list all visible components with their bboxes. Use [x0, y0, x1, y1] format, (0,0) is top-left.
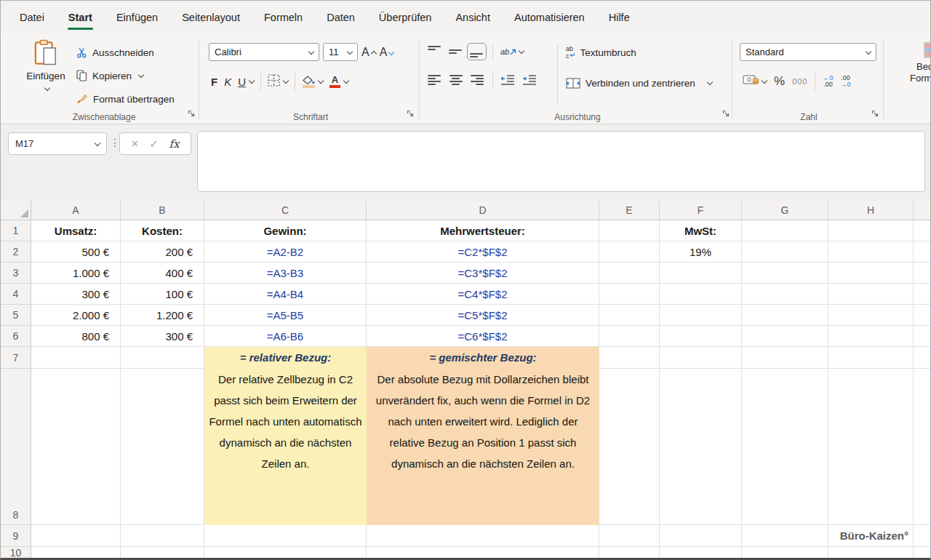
align-top-button[interactable]: [428, 46, 441, 57]
cell-x5[interactable]: [914, 305, 930, 326]
cell-H1[interactable]: [828, 220, 914, 241]
cell-G10[interactable]: [742, 547, 828, 558]
cell-G7[interactable]: [742, 347, 828, 369]
cell-D2[interactable]: =C2*$F$2: [367, 241, 599, 263]
decrease-indent-button[interactable]: [500, 74, 515, 88]
cell-C1[interactable]: Gewinn:: [204, 220, 367, 241]
cell-F6[interactable]: [660, 326, 742, 347]
cell-H9[interactable]: Büro-Kaizen°: [828, 525, 914, 547]
cell-A1[interactable]: Umsatz:: [31, 220, 121, 241]
cell-F1[interactable]: MwSt:: [660, 220, 742, 241]
cell-A7[interactable]: [31, 347, 121, 369]
italic-button[interactable]: K: [224, 76, 231, 88]
menu-tab-automatisieren[interactable]: Automatisieren: [514, 12, 585, 23]
insert-function-icon[interactable]: fx: [169, 137, 180, 151]
cell-A3[interactable]: 1.000 €: [31, 263, 121, 284]
column-header-g[interactable]: G: [742, 201, 828, 220]
cell-E1[interactable]: [599, 220, 660, 241]
chevron-down-icon[interactable]: [249, 78, 255, 84]
align-center-button[interactable]: [449, 75, 463, 87]
cell-H4[interactable]: [828, 284, 914, 305]
cell-E3[interactable]: [599, 263, 660, 284]
cell-x2[interactable]: [914, 241, 930, 263]
menu-tab-start[interactable]: Start: [68, 12, 92, 23]
cell-F2[interactable]: 19%: [660, 241, 742, 263]
cell-C5[interactable]: =A5-B5: [204, 305, 367, 326]
row-header-10[interactable]: 10: [1, 547, 31, 558]
increase-indent-button[interactable]: [522, 74, 537, 88]
cell-A10[interactable]: [31, 547, 121, 558]
cell-D6[interactable]: =C6*$F$2: [367, 326, 599, 347]
cell-B2[interactable]: 200 €: [121, 241, 204, 263]
cell-G8[interactable]: [742, 369, 828, 525]
cell-B8[interactable]: [121, 369, 204, 525]
cell-B1[interactable]: Kosten:: [121, 220, 204, 241]
cell-E6[interactable]: [599, 326, 660, 347]
row-header-8[interactable]: 8: [1, 369, 31, 525]
cell-B5[interactable]: 1.200 €: [121, 305, 204, 326]
cell-A6[interactable]: 800 €: [31, 326, 121, 347]
menu-tab-hilfe[interactable]: Hilfe: [609, 12, 630, 23]
cell-D10[interactable]: [367, 547, 599, 558]
menu-tab-datei[interactable]: Datei: [20, 12, 44, 23]
cell-F5[interactable]: [660, 305, 742, 326]
paste-button[interactable]: Einfügen: [23, 39, 69, 95]
cell-E2[interactable]: [599, 241, 660, 263]
row-header-7[interactable]: 7: [1, 347, 31, 369]
cell-B9[interactable]: [121, 525, 204, 547]
font-name-select[interactable]: Calibri: [209, 43, 319, 61]
wrap-text-button[interactable]: ab c Textumbruch: [566, 41, 712, 64]
column-header-c[interactable]: C: [204, 201, 367, 220]
underline-button[interactable]: U: [238, 76, 246, 88]
cell-E8[interactable]: [599, 369, 660, 525]
decrease-font-button[interactable]: A: [380, 46, 394, 59]
select-all-corner[interactable]: [1, 201, 31, 220]
cell-C10[interactable]: [204, 547, 367, 558]
name-box-splitter[interactable]: ⋮: [110, 137, 120, 148]
cell-H6[interactable]: [828, 326, 914, 347]
cell-D1[interactable]: Mehrwertsteuer:: [367, 220, 599, 241]
menu-tab-formeln[interactable]: Formeln: [264, 12, 303, 23]
copy-button[interactable]: Kopieren: [76, 64, 175, 87]
cell-C9[interactable]: [204, 525, 367, 547]
cell-G9[interactable]: [742, 525, 828, 547]
chevron-down-icon[interactable]: [762, 78, 767, 84]
cell-H3[interactable]: [828, 263, 914, 284]
enter-icon[interactable]: ✓: [149, 137, 159, 151]
row-header-9[interactable]: 9: [1, 525, 31, 547]
align-right-button[interactable]: [470, 75, 484, 87]
align-middle-button[interactable]: [449, 46, 463, 57]
cell-x3[interactable]: [914, 263, 930, 284]
cell-D3[interactable]: =C3*$F$2: [367, 263, 599, 284]
cell-B6[interactable]: 300 €: [121, 326, 204, 347]
cell-D4[interactable]: =C4*$F$2: [367, 284, 599, 305]
menu-tab-seitenlayout[interactable]: Seitenlayout: [182, 12, 240, 23]
cell-F9[interactable]: [660, 525, 742, 547]
cell-G2[interactable]: [742, 241, 828, 263]
cell-H2[interactable]: [828, 241, 914, 263]
cell-C4[interactable]: =A4-B4: [204, 284, 367, 305]
cell-x4[interactable]: [914, 284, 930, 305]
menu-tab-ansicht[interactable]: Ansicht: [455, 12, 490, 23]
cell-x6[interactable]: [914, 326, 930, 347]
column-header-e[interactable]: E: [599, 201, 660, 220]
align-bottom-button[interactable]: [470, 46, 484, 57]
percent-style-button[interactable]: %: [774, 74, 785, 89]
conditional-formatting-button[interactable]: [905, 48, 931, 60]
cell-D5[interactable]: =C5*$F$2: [367, 305, 599, 326]
row-header-3[interactable]: 3: [1, 263, 31, 284]
menu-tab-daten[interactable]: Daten: [327, 12, 355, 23]
cell-C6[interactable]: =A6-B6: [204, 326, 367, 347]
cell-x1[interactable]: [914, 220, 930, 241]
bold-button[interactable]: F: [211, 76, 217, 88]
number-format-select[interactable]: Standard: [740, 43, 876, 61]
dialog-launcher-icon[interactable]: [871, 107, 879, 120]
comma-style-button[interactable]: 000: [792, 77, 807, 86]
cell-E5[interactable]: [599, 305, 660, 326]
cancel-icon[interactable]: ×: [131, 137, 138, 151]
formula-bar-input[interactable]: [197, 131, 925, 192]
column-header-d[interactable]: D: [367, 201, 599, 220]
cell-C2[interactable]: =A2-B2: [204, 241, 367, 263]
cell-x10[interactable]: [914, 547, 930, 558]
increase-font-button[interactable]: A: [361, 46, 376, 59]
